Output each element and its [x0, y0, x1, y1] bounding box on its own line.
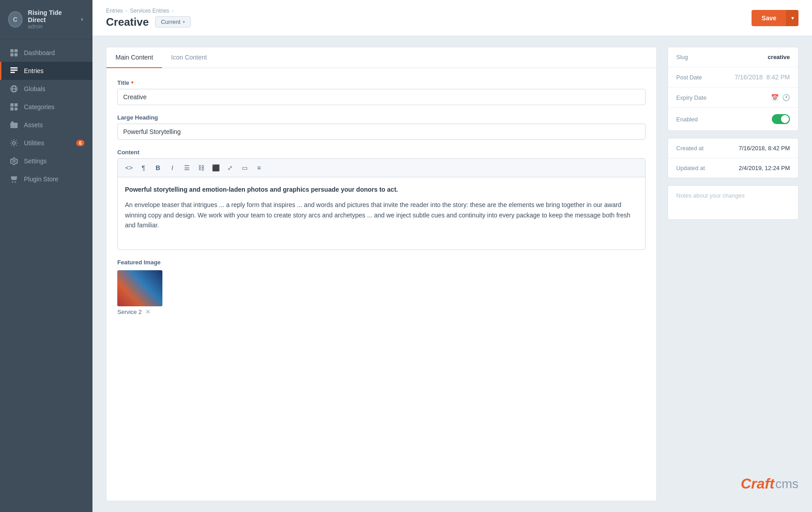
content-label: Content: [117, 149, 646, 156]
main-content-area: Entries › Services Entries › Creative Cu…: [92, 0, 812, 512]
updated-at-value: 2/4/2019, 12:24 PM: [739, 165, 790, 171]
editor-bold-line: Powerful storytelling and emotion-laden …: [125, 185, 638, 194]
sidebar: C Rising Tide Direct admin ▼ Dashboard: [0, 0, 92, 512]
breadcrumb-services[interactable]: Services Entries: [130, 8, 169, 14]
enabled-label: Enabled: [676, 116, 712, 123]
categories-icon: [9, 102, 18, 111]
meta-row-updated-at: Updated at 2/4/2019, 12:24 PM: [668, 158, 798, 178]
globals-icon: [9, 84, 18, 93]
toolbar-image-btn[interactable]: ⬛: [209, 161, 222, 174]
brand-name: Rising Tide Direct: [28, 9, 74, 23]
editor-content[interactable]: Powerful storytelling and emotion-laden …: [118, 177, 645, 249]
page-header: Entries › Services Entries › Creative Cu…: [92, 0, 812, 36]
breadcrumb-entries[interactable]: Entries: [106, 8, 123, 14]
sidebar-nav: Dashboard Entries Globals: [0, 39, 92, 512]
settings-icon: [9, 157, 18, 166]
toolbar-paragraph-btn[interactable]: ¶: [137, 161, 150, 174]
sidebar-item-label: Categories: [24, 103, 55, 111]
large-heading-input[interactable]: [117, 124, 646, 140]
svg-point-13: [13, 142, 15, 144]
post-date-values: 7/16/2018 8:42 PM: [735, 74, 790, 81]
featured-image-section: Featured Image Service 2 ✕: [117, 259, 646, 315]
sidebar-item-dashboard[interactable]: Dashboard: [0, 44, 92, 62]
image-thumbnail-inner: [117, 270, 162, 306]
meta-row-slug: Slug creative: [668, 47, 798, 67]
craft-cms-logo: Craft cms: [668, 466, 798, 501]
header-title-row: Creative Current ▾: [106, 16, 191, 28]
svg-rect-3: [14, 53, 18, 56]
toolbar-expand-btn[interactable]: ⤢: [223, 161, 237, 174]
toolbar-align-btn[interactable]: ≡: [252, 161, 266, 174]
required-indicator: •: [131, 79, 134, 86]
toolbar-link-btn[interactable]: ⛓: [194, 161, 208, 174]
image-thumbnail[interactable]: [117, 270, 162, 306]
post-date-label: Post Date: [676, 74, 712, 81]
brand-role: admin: [28, 23, 74, 30]
breadcrumb: Entries › Services Entries ›: [106, 8, 191, 14]
created-at-label: Created at: [676, 145, 712, 152]
header-left: Entries › Services Entries › Creative Cu…: [106, 8, 191, 28]
editor-toolbar: <> ¶ B I ☰ ⛓ ⬛ ⤢ ▭ ≡: [118, 159, 645, 177]
image-caption-row: Service 2 ✕: [117, 308, 162, 315]
notes-textarea[interactable]: [668, 186, 798, 217]
post-date-value: 7/16/2018: [735, 74, 763, 81]
sidebar-item-label: Entries: [24, 67, 44, 74]
toggle-knob: [781, 115, 789, 123]
chevron-down-icon: ▼: [80, 17, 84, 22]
calendar-icon[interactable]: 📅: [771, 94, 779, 101]
toolbar-embed-btn[interactable]: ▭: [238, 161, 251, 174]
svg-point-10: [14, 107, 18, 111]
toolbar-code-btn[interactable]: <>: [122, 161, 136, 174]
image-remove-button[interactable]: ✕: [145, 308, 151, 315]
status-chevron-icon: ▾: [183, 19, 185, 24]
enabled-toggle[interactable]: [772, 114, 790, 124]
expiry-date-label: Expiry Date: [676, 94, 712, 101]
tab-bar: Main Content Icon Content: [106, 47, 656, 68]
status-dropdown[interactable]: Current ▾: [155, 16, 191, 28]
sidebar-item-categories[interactable]: Categories: [0, 98, 92, 116]
sidebar-item-label: Dashboard: [24, 49, 55, 56]
sidebar-item-entries[interactable]: Entries: [0, 62, 92, 80]
sidebar-item-globals[interactable]: Globals: [0, 80, 92, 98]
sidebar-item-settings[interactable]: Settings: [0, 152, 92, 170]
form-panel: Main Content Icon Content Title •: [106, 47, 657, 501]
sidebar-item-assets[interactable]: Assets: [0, 116, 92, 134]
sidebar-item-label: Utilities: [24, 139, 44, 147]
save-button[interactable]: Save: [752, 10, 786, 26]
meta-row-created-at: Created at 7/16/2018, 8:42 PM: [668, 138, 798, 158]
toolbar-list-btn[interactable]: ☰: [180, 161, 194, 174]
sidebar-item-label: Plugin Store: [24, 175, 58, 183]
post-time-value: 8:42 PM: [766, 74, 790, 81]
slug-value: creative: [768, 54, 790, 60]
tab-icon-content[interactable]: Icon Content: [162, 47, 216, 68]
rich-text-editor: <> ¶ B I ☰ ⛓ ⬛ ⤢ ▭ ≡ Powerful stor: [117, 158, 646, 250]
craft-italic-text: Craft: [741, 475, 775, 492]
status-label: Current: [161, 18, 180, 25]
brand-logo[interactable]: C Rising Tide Direct admin ▼: [0, 0, 92, 39]
page-title: Creative: [106, 16, 149, 28]
created-at-value: 7/16/2018, 8:42 PM: [739, 145, 790, 152]
sidebar-item-plugin-store[interactable]: Plugin Store: [0, 170, 92, 188]
svg-rect-6: [10, 72, 15, 73]
save-dropdown-button[interactable]: ▾: [786, 10, 798, 26]
assets-icon: [9, 120, 18, 129]
form-body: Title • Large Heading Content <>: [106, 68, 656, 326]
toolbar-italic-btn[interactable]: I: [166, 161, 179, 174]
utilities-badge: 6: [76, 140, 84, 146]
toolbar-bold-btn[interactable]: B: [151, 161, 165, 174]
breadcrumb-sep-1: ›: [125, 8, 127, 14]
large-heading-label: Large Heading: [117, 114, 646, 121]
brand-text: Rising Tide Direct admin: [28, 9, 74, 30]
editor-paragraph: An envelope teaser that intrigues ... a …: [125, 200, 638, 230]
meta-card: Slug creative Post Date 7/16/2018 8:42 P…: [668, 47, 798, 131]
sidebar-item-utilities[interactable]: Utilities 6: [0, 134, 92, 152]
featured-image-label: Featured Image: [117, 259, 646, 266]
svg-rect-2: [10, 53, 14, 56]
plugin-store-icon: [9, 175, 18, 184]
clock-icon[interactable]: 🕐: [782, 94, 790, 101]
tab-main-content[interactable]: Main Content: [106, 47, 162, 68]
title-input[interactable]: [117, 89, 646, 105]
svg-point-16: [15, 181, 16, 183]
svg-rect-11: [10, 123, 18, 128]
sidebar-item-label: Assets: [24, 121, 43, 129]
